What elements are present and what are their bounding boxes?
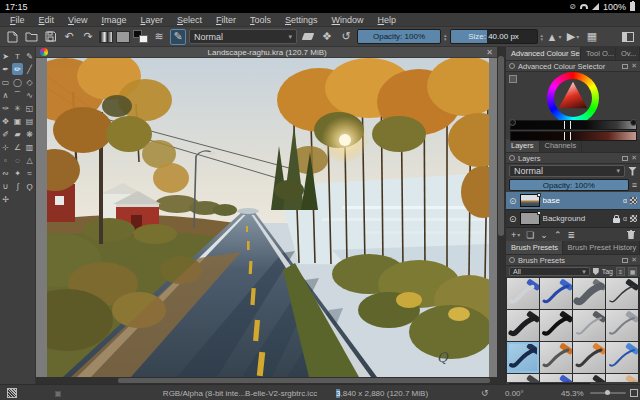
float-docker-icon[interactable]: [622, 64, 628, 69]
brush-preset-charcoal[interactable]: [507, 310, 539, 341]
layer-properties-button[interactable]: ≣: [567, 230, 575, 240]
shade-bar-1[interactable]: [510, 120, 637, 130]
brush-preset-pencil-blue[interactable]: [606, 342, 638, 373]
brush-preset-marker-blue-2[interactable]: [540, 374, 572, 382]
size-slider[interactable]: Size: 40.00 px: [450, 29, 538, 44]
tool-multibrush[interactable]: ✳: [12, 102, 23, 114]
tool-measure[interactable]: ∠: [12, 141, 23, 153]
tool-reference-images[interactable]: ▥: [24, 141, 35, 153]
layer-row-base[interactable]: ⊙baseα: [506, 192, 640, 210]
docker-collapse-icon[interactable]: [509, 257, 515, 263]
new-document-button[interactable]: [4, 29, 20, 45]
move-layer-down-button[interactable]: ⌄: [540, 230, 548, 240]
zoom-slider[interactable]: [590, 392, 626, 394]
inherit-alpha-icon[interactable]: α: [623, 215, 627, 222]
size-spinner[interactable]: ▴▾: [541, 33, 544, 41]
brush-preset-wet-bristles[interactable]: [507, 342, 539, 373]
layer-row-background[interactable]: ⊙Backgroundα: [506, 210, 640, 228]
menu-help[interactable]: Help: [372, 14, 403, 26]
save-button[interactable]: [42, 29, 58, 45]
tool-freehand-select[interactable]: ∾: [0, 167, 11, 179]
tool-select-shapes[interactable]: ➤: [0, 50, 11, 62]
layer-options-icon[interactable]: ≡: [632, 180, 637, 190]
docker-collapse-icon[interactable]: [509, 63, 515, 69]
undo-button[interactable]: ↶: [61, 29, 77, 45]
brush-preset-chooser-button[interactable]: ✎: [170, 29, 186, 45]
tool-transform[interactable]: ◱: [24, 102, 35, 114]
menu-view[interactable]: View: [62, 14, 93, 26]
brush-preset-eraser-soft[interactable]: [507, 278, 539, 309]
menu-window[interactable]: Window: [326, 14, 370, 26]
opacity-spinner[interactable]: ▴▾: [444, 33, 447, 41]
menu-layer[interactable]: Layer: [134, 14, 169, 26]
menu-file[interactable]: File: [4, 14, 31, 26]
layer-visibility-icon[interactable]: ⊙: [509, 214, 517, 224]
add-layer-button[interactable]: +▾: [511, 230, 520, 240]
tool-rect-select[interactable]: ▫: [0, 154, 11, 166]
menu-edit[interactable]: Edit: [33, 14, 61, 26]
reload-preset-button[interactable]: ↺: [338, 29, 354, 45]
canvas-vertical-scrollbar[interactable]: [497, 47, 505, 384]
tab-brush-presets[interactable]: Brush Presets: [506, 241, 563, 254]
tool-polygon-select[interactable]: △: [24, 154, 35, 166]
horizontal-mirror-button[interactable]: ▲▾: [546, 29, 562, 45]
tab-brush-preset-history[interactable]: Brush Preset History: [563, 241, 640, 254]
close-docker-icon[interactable]: ✕: [631, 256, 637, 264]
move-layer-up-button[interactable]: ⌃: [554, 230, 562, 240]
brush-preset-marker-orange[interactable]: [573, 342, 605, 373]
brush-preset-airbrush-soft[interactable]: [573, 278, 605, 309]
close-docker-icon[interactable]: ✕: [631, 62, 637, 70]
lock-icon[interactable]: [613, 218, 620, 223]
tool-zoom[interactable]: Ϙ: [24, 180, 35, 192]
eraser-mode-button[interactable]: [300, 29, 316, 45]
tool-smart-patch[interactable]: ❋: [24, 128, 35, 140]
fullscreen-toggle-icon[interactable]: [630, 389, 638, 397]
tool-move[interactable]: ✥: [0, 115, 11, 127]
brush-preset-brush-dark[interactable]: [507, 374, 539, 382]
layer-opacity-slider[interactable]: Opacity: 100%: [509, 179, 629, 191]
document-titlebar[interactable]: Landscape-raghu.kra (120.7 MiB) ✕: [36, 47, 497, 58]
float-docker-icon[interactable]: [622, 156, 628, 161]
tool-edit-shapes[interactable]: ✎: [24, 50, 35, 62]
color-history-left-icon[interactable]: [509, 119, 516, 126]
redo-button[interactable]: ↷: [80, 29, 96, 45]
tool-bezier-select[interactable]: ∫: [12, 180, 23, 192]
close-docker-icon[interactable]: ✕: [631, 154, 637, 162]
tool-pan[interactable]: ✢: [0, 193, 11, 205]
open-document-button[interactable]: [23, 29, 39, 45]
menu-tools[interactable]: Tools: [244, 14, 277, 26]
brush-preset-brush-pen-black[interactable]: [540, 310, 572, 341]
hue-ring[interactable]: [547, 72, 599, 124]
edit-brush-settings-button[interactable]: ≋: [151, 29, 167, 45]
menu-image[interactable]: Image: [95, 14, 132, 26]
brush-preset-pencil-beige[interactable]: [606, 374, 638, 382]
tool-calligraphy[interactable]: ✒: [0, 63, 11, 75]
advanced-colour-selector[interactable]: [506, 72, 640, 139]
tool-crop[interactable]: ▣: [12, 115, 23, 127]
selector-settings-icon[interactable]: [509, 75, 517, 83]
tool-text[interactable]: T: [12, 50, 23, 62]
tool-ellipse-select[interactable]: ◌: [12, 154, 23, 166]
layer-visibility-icon[interactable]: ⊙: [509, 196, 517, 206]
choose-workspace-button[interactable]: [620, 29, 636, 45]
patterns-button[interactable]: [116, 31, 130, 43]
canvas-horizontal-scrollbar[interactable]: [36, 377, 497, 384]
tool-freehand-path[interactable]: ∿: [24, 89, 35, 101]
tool-magnetic-select[interactable]: ∪: [0, 180, 11, 192]
menu-select[interactable]: Select: [171, 14, 208, 26]
brush-preset-paint-orange-tip[interactable]: [540, 342, 572, 373]
tool-dynamic-brush[interactable]: ✑: [0, 102, 11, 114]
list-view-button[interactable]: ≡: [616, 267, 625, 276]
delete-layer-button[interactable]: [627, 230, 635, 239]
tag-filter-dropdown[interactable]: All ▾: [509, 267, 590, 276]
duplicate-layer-button[interactable]: ❏: [526, 230, 534, 240]
wraparound-mode-button[interactable]: ▦: [584, 29, 600, 45]
menu-settings[interactable]: Settings: [279, 14, 324, 26]
tab-overview[interactable]: Ov...: [616, 47, 640, 60]
gradients-button[interactable]: [99, 31, 113, 43]
reset-rotation-icon[interactable]: ↺: [481, 388, 489, 398]
alpha-lock-icon[interactable]: [630, 215, 637, 222]
brush-preset-pencil-soft[interactable]: [573, 310, 605, 341]
tag-icon[interactable]: [593, 268, 599, 275]
float-docker-icon[interactable]: [622, 258, 628, 263]
